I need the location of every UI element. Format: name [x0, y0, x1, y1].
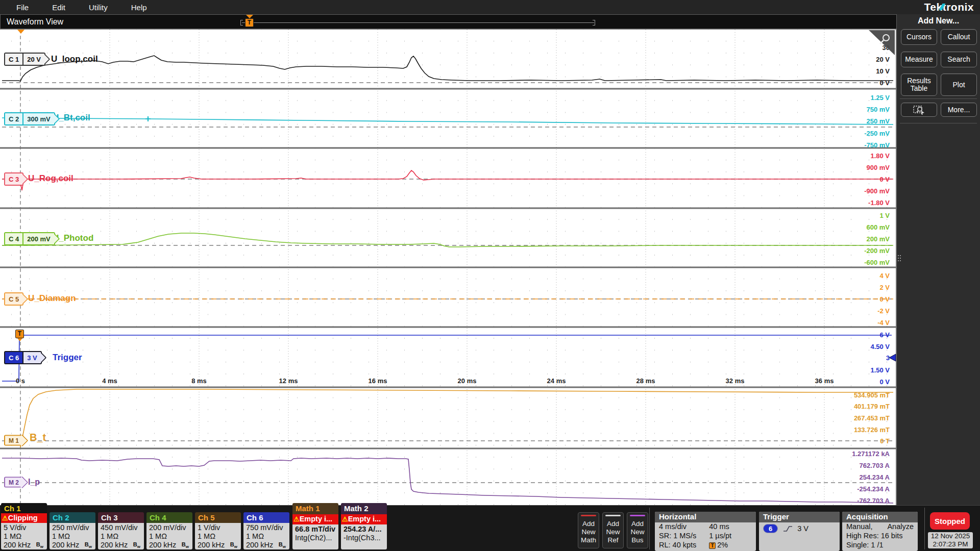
bottom-badge-ch1[interactable]: Ch 1⚠Clipping5 V/div1 MΩ200 kHzBw	[1, 503, 47, 549]
record-length: RL: 40 kpts	[659, 541, 709, 550]
axis-tick-c2: -250 mV	[864, 130, 890, 137]
menu-edit[interactable]: Edit	[45, 3, 72, 12]
date-label: 12 Nov 2025	[928, 532, 973, 540]
trigger-position-icon[interactable]: T	[245, 18, 254, 27]
badge-row: 200 kHzBw	[101, 541, 144, 549]
badge-row: 450 mV/div	[101, 523, 144, 532]
axis-tick-c4: -200 mV	[864, 247, 890, 255]
trigger-time-marker-icon[interactable]	[17, 30, 24, 34]
bandwidth-limit-icon: Bw	[279, 541, 286, 549]
waveform-plot[interactable]: T 3020 V10 V0 VC 120 VU_loop,coil1.25 V7…	[0, 29, 897, 505]
splitter-grip[interactable]	[898, 255, 899, 256]
badge-part: C 3	[5, 173, 22, 185]
badge-row: 254.23 A/...	[344, 525, 387, 534]
callout-button[interactable]: Callout	[941, 29, 977, 45]
search-button[interactable]: Search	[941, 52, 977, 67]
record-view-line[interactable]	[242, 22, 594, 23]
bandwidth-limit-icon: Bw	[182, 541, 189, 549]
channel-label-m2[interactable]: I_p	[28, 478, 40, 487]
horizontal-panel[interactable]: Horizontal 4 ms/div40 ms SR: 1 MS/s1 µs/…	[655, 512, 756, 551]
zoom-select-button[interactable]	[901, 103, 937, 117]
bottom-badge-ch5[interactable]: Ch 51 V/div1 MΩ200 kHzBw	[195, 512, 241, 549]
axis-tick-c6: 4.50 V	[870, 343, 890, 350]
divider	[924, 508, 925, 549]
channel-label-c1[interactable]: U_loop,coil	[51, 54, 98, 64]
acquisition-panel[interactable]: Acquisition Manual,Analyze High Res: 16 …	[842, 512, 918, 551]
time-tick-label: 12 ms	[279, 377, 298, 385]
bottom-badge-math1[interactable]: Math 1⚠Empty i...66.8 mT/divIntg(Ch2)...	[292, 503, 338, 549]
badge-row: 200 mV/div	[149, 523, 192, 532]
channel-badge-c4[interactable]: C 4200 mV	[4, 232, 55, 245]
trigger-panel-title: Trigger	[759, 512, 840, 522]
axis-tick-c3: -900 mV	[864, 187, 890, 195]
badge-part: 300 mV	[22, 113, 54, 124]
bottom-badge-math2[interactable]: Math 2⚠Empty i...254.23 A/...-Intg(Ch3..…	[341, 503, 387, 549]
sample-rate: SR: 1 MS/s	[659, 532, 709, 541]
menu-file[interactable]: File	[9, 3, 36, 12]
badge-row: Intg(Ch2)...	[295, 534, 338, 542]
acquisition-analyze: Analyze	[887, 522, 914, 532]
badge-header-ch3: Ch 3	[98, 512, 144, 523]
bandwidth-limit-icon: Bw	[36, 541, 43, 549]
channel-label-c6[interactable]: Trigger	[53, 353, 82, 363]
horizontal-window: 40 ms	[709, 522, 729, 532]
channel-badge-c1[interactable]: C 120 V	[4, 53, 45, 66]
time-tick-label: 8 ms	[191, 377, 207, 385]
add-new-bus-button[interactable]: AddNewBus	[627, 512, 648, 548]
badge-row: 750 mV/div	[246, 523, 289, 532]
datetime-panel: 12 Nov 2025 2:07:23 PM	[928, 532, 973, 548]
run-stop-button[interactable]: Stopped	[930, 512, 970, 530]
sidebar-divider	[900, 123, 977, 123]
cursors-button[interactable]: Cursors	[901, 29, 937, 45]
menu-bar: File Edit Utility Help Tektronix	[0, 0, 980, 14]
more-button[interactable]: More...	[941, 103, 977, 117]
bottom-badge-ch2[interactable]: Ch 2250 mV/div1 MΩ200 kHzBw	[50, 512, 95, 549]
badge-header-ch4: Ch 4	[146, 512, 192, 523]
axis-tick-c3: 0 V	[879, 176, 890, 183]
bottom-badge-ch4[interactable]: Ch 4200 mV/div1 MΩ200 kHzBw	[146, 512, 192, 549]
channel-badge-c5[interactable]: C 5	[4, 292, 23, 306]
add-new-header: Add New...	[897, 14, 980, 26]
menu-utility[interactable]: Utility	[82, 3, 115, 12]
badge-alert-math1: ⚠Empty i...	[292, 514, 338, 524]
axis-tick-m1: 534.905 mT	[854, 391, 890, 399]
badge-row: 1 MΩ	[198, 532, 241, 541]
axis-tick-c2: 250 mV	[866, 117, 890, 125]
channel-label-m1[interactable]: B_t	[30, 432, 46, 443]
channel-badge-m1[interactable]: M 1	[4, 435, 23, 446]
channel-label-c3[interactable]: U_Rog,coil	[28, 173, 74, 184]
badge-part: C 5	[5, 293, 22, 305]
badge-body: 200 mV/div1 MΩ200 kHzBw	[146, 523, 192, 549]
measure-button[interactable]: Measure	[901, 52, 937, 67]
bottom-badge-ch3[interactable]: Ch 3450 mV/div1 MΩ200 kHzBw	[98, 512, 144, 549]
badge-part: M 2	[5, 478, 22, 487]
badge-row: 200 kHzBw	[149, 541, 192, 549]
channel-badge-c2[interactable]: C 2300 mV	[4, 112, 55, 126]
trigger-pennant-icon[interactable]	[246, 15, 253, 18]
tab-waveform-view[interactable]: Waveform View	[7, 17, 63, 27]
axis-tick-c5: -2 V	[877, 307, 890, 315]
add-new-ref-button[interactable]: AddNewRef	[602, 512, 624, 548]
bandwidth-limit-icon: Bw	[230, 541, 237, 549]
trigger-level-value: 3 V	[797, 524, 808, 533]
results-table-button[interactable]: Results Table	[901, 73, 937, 96]
channel-badge-m2[interactable]: M 2	[4, 477, 23, 488]
bottom-badge-ch6[interactable]: Ch 6750 mV/div1 MΩ200 kHzBw	[243, 512, 289, 549]
trigger-level-flag-icon[interactable]: T	[15, 330, 24, 338]
plot-button[interactable]: Plot	[941, 73, 977, 96]
badge-row: 66.8 mT/div	[295, 525, 338, 534]
axis-tick-c4: 200 mV	[866, 235, 890, 243]
axis-tick-m2: 254.234 A	[859, 473, 890, 481]
time-tick-label: 16 ms	[369, 377, 387, 385]
trigger-panel[interactable]: Trigger 6 3 V	[759, 512, 840, 551]
axis-tick-c2: -750 mV	[864, 141, 890, 149]
axis-tick-c6: 6 V	[879, 331, 890, 339]
trigger-source-badge: 6	[763, 524, 778, 533]
record-view-right-bracket	[593, 20, 595, 26]
time-tick-label: 20 ms	[458, 377, 477, 385]
channel-badge-c3[interactable]: C 3	[4, 172, 23, 186]
channel-badge-c6[interactable]: C 63 V	[4, 351, 42, 364]
channel-label-c5[interactable]: U_Diamagn	[28, 293, 76, 304]
add-new-math-button[interactable]: AddNewMath	[578, 512, 599, 548]
menu-help[interactable]: Help	[124, 3, 154, 12]
